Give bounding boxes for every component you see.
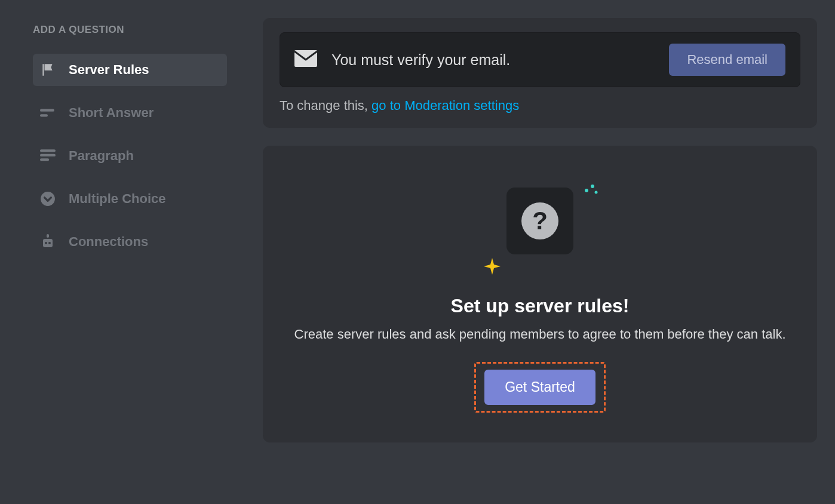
svg-point-12 bbox=[591, 185, 594, 188]
setup-rules-card: ? Set up server rules! Create server rul… bbox=[263, 146, 817, 442]
paragraph-lines-icon bbox=[39, 147, 57, 165]
question-mark-icon: ? bbox=[521, 202, 558, 239]
sidebar-item-connections[interactable]: Connections bbox=[33, 226, 227, 258]
sparkle-star-icon bbox=[484, 258, 501, 277]
sidebar-item-label: Paragraph bbox=[69, 148, 134, 164]
verify-message: You must verify your email. bbox=[331, 51, 669, 69]
svg-point-13 bbox=[595, 191, 598, 194]
sparkle-dots-icon bbox=[582, 182, 600, 202]
main-content: You must verify your email. Resend email… bbox=[239, 0, 835, 504]
sidebar-item-label: Multiple Choice bbox=[69, 191, 166, 207]
svg-rect-10 bbox=[294, 50, 317, 67]
svg-point-9 bbox=[48, 242, 51, 244]
svg-rect-1 bbox=[40, 114, 48, 116]
resend-email-button[interactable]: Resend email bbox=[669, 44, 785, 76]
get-started-highlight: Get Started bbox=[474, 362, 606, 413]
verify-banner: You must verify your email. Resend email bbox=[280, 32, 800, 87]
moderation-settings-link[interactable]: go to Moderation settings bbox=[372, 98, 519, 113]
flag-icon bbox=[39, 61, 57, 79]
sidebar-item-label: Connections bbox=[69, 234, 148, 250]
svg-rect-6 bbox=[43, 239, 53, 247]
setup-title: Set up server rules! bbox=[281, 295, 799, 317]
sidebar: ADD A QUESTION Server Rules Short Answer… bbox=[0, 0, 239, 504]
svg-point-5 bbox=[41, 192, 55, 206]
setup-illustration: ? bbox=[480, 182, 600, 283]
svg-rect-4 bbox=[40, 158, 49, 161]
svg-point-11 bbox=[585, 189, 588, 192]
envelope-icon bbox=[294, 50, 317, 69]
setup-description: Create server rules and ask pending memb… bbox=[286, 325, 794, 344]
chevron-circle-icon bbox=[39, 190, 57, 208]
short-lines-icon bbox=[39, 104, 57, 122]
sidebar-item-multiple-choice[interactable]: Multiple Choice bbox=[33, 183, 227, 215]
sidebar-item-label: Short Answer bbox=[69, 105, 154, 121]
svg-rect-3 bbox=[40, 154, 56, 156]
get-started-button[interactable]: Get Started bbox=[484, 370, 595, 405]
sidebar-heading: ADD A QUESTION bbox=[33, 24, 227, 36]
svg-point-8 bbox=[45, 242, 47, 244]
svg-rect-2 bbox=[40, 149, 56, 152]
svg-rect-7 bbox=[47, 234, 49, 238]
change-settings-text: To change this, go to Moderation setting… bbox=[280, 98, 800, 113]
robot-icon bbox=[39, 233, 57, 251]
change-prefix: To change this, bbox=[280, 98, 372, 113]
verify-card: You must verify your email. Resend email… bbox=[263, 18, 817, 128]
svg-rect-0 bbox=[40, 109, 54, 112]
sidebar-item-paragraph[interactable]: Paragraph bbox=[33, 140, 227, 172]
question-box: ? bbox=[506, 188, 573, 254]
sidebar-item-short-answer[interactable]: Short Answer bbox=[33, 97, 227, 129]
sidebar-item-server-rules[interactable]: Server Rules bbox=[33, 54, 227, 86]
sidebar-item-label: Server Rules bbox=[69, 62, 149, 78]
